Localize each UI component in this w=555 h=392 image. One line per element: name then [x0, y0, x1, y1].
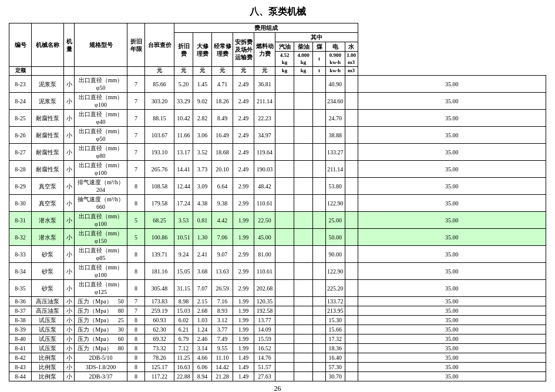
- cell-labor: 35.00: [358, 353, 546, 363]
- cell-water: [345, 76, 358, 93]
- cell-fuel: 110.61: [254, 195, 275, 212]
- header-repair: 经常修理费: [212, 33, 233, 67]
- cell-coal: [313, 195, 326, 212]
- cell-fuel: 27.63: [254, 372, 275, 381]
- cell-large: 3.52: [193, 144, 212, 161]
- cell-spec: 压力（Mpa） 80: [75, 306, 127, 316]
- cell-price: 117.22: [145, 372, 174, 381]
- cell-elec: 133.72: [326, 297, 345, 306]
- cell-labor: 35.00: [358, 334, 546, 344]
- table-row: 8-25耐腐性泵小出口直径（mm） φ40788.1510.422.828.49…: [9, 110, 546, 127]
- subunit-coal: t: [313, 67, 326, 76]
- cell-water: [345, 306, 358, 316]
- table-row: 8-40试压泵小压力（Mpa） 60869.326.792.467.491.99…: [9, 334, 546, 344]
- cell-dep: 3.53: [174, 212, 193, 229]
- cell-coal: [313, 212, 326, 229]
- cell-unit: 小: [64, 372, 75, 381]
- cell-large: 3.09: [193, 178, 212, 195]
- cell-diesel: [294, 325, 313, 334]
- header-large: 大修理费: [193, 33, 212, 67]
- cell-labor: 35.00: [358, 144, 546, 161]
- cell-repair: 4.71: [212, 76, 233, 93]
- subunit-gasoline: kg: [275, 67, 294, 76]
- cell-name: 耐腐性泵: [32, 127, 64, 144]
- subunit-water: m3: [345, 67, 358, 76]
- header-spec: 规格型号: [75, 23, 127, 67]
- cell-diesel: [294, 76, 313, 93]
- cell-repair: 18.26: [212, 93, 233, 110]
- cell-year: 8: [127, 363, 145, 372]
- header-install: 安拆费及场外运输费: [233, 33, 254, 67]
- cell-water: [345, 144, 358, 161]
- header-dep: 折旧费: [174, 33, 193, 67]
- cell-year: 8: [127, 353, 145, 363]
- cell-unit: 小: [64, 344, 75, 353]
- cell-dep: 6.79: [174, 334, 193, 344]
- cell-labor: 35.00: [358, 372, 546, 381]
- cell-unit: 小: [64, 127, 75, 144]
- cell-spec: 出口直径（mm） φ85: [75, 246, 127, 263]
- cell-install: 1.49: [233, 363, 254, 372]
- cell-year: 7: [127, 306, 145, 316]
- cell-coal: [313, 325, 326, 334]
- cell-unit: 小: [64, 325, 75, 334]
- cell-install: 1.49: [233, 353, 254, 363]
- cell-install: 2.49: [233, 76, 254, 93]
- cell-install: 2.99: [233, 195, 254, 212]
- table-row: 8-29真空泵小排气速度（m³/h） 2048108.5812.443.096.…: [9, 178, 546, 195]
- cell-year: 8: [127, 280, 145, 297]
- header-water: 水: [345, 42, 358, 52]
- cell-spec: 抽气速度（m³/h） 660: [75, 195, 127, 212]
- cell-large: 4.38: [193, 195, 212, 212]
- cell-coal: [313, 93, 326, 110]
- cell-code: 8-28: [9, 161, 32, 178]
- cell-code: 8-31: [9, 212, 32, 229]
- cell-code: 8-41: [9, 344, 32, 353]
- table-row: 8-26耐腐性泵小出口直径（mm） φ507103.6711.663.0616.…: [9, 127, 546, 144]
- subunit-large: 元: [193, 67, 212, 76]
- cell-elec: 211.14: [326, 161, 345, 178]
- table-row: 8-32潜水泵小出口直径（mm） φ1505100.8610.511.307.0…: [9, 229, 546, 246]
- cell-install: 1.99: [233, 325, 254, 334]
- cell-labor: 35.00: [358, 76, 546, 93]
- cell-water: [345, 127, 358, 144]
- cell-dep: 11.66: [174, 127, 193, 144]
- cell-coal: [313, 110, 326, 127]
- cell-diesel: [294, 229, 313, 246]
- cell-elec: 57.30: [326, 363, 345, 372]
- cell-repair: 9.07: [212, 246, 233, 263]
- cell-code: 8-42: [9, 353, 32, 363]
- cell-price: 265.76: [145, 161, 174, 178]
- page-title: 八、泵类机械: [9, 6, 546, 18]
- subunit-repair: 元: [212, 67, 233, 76]
- cell-price: 139.71: [145, 246, 174, 263]
- cell-install: 2.99: [233, 178, 254, 195]
- cell-year: 7: [127, 297, 145, 306]
- table-row: 8-41试压泵小压力（Mpa） 80873.327.123.149.551.99…: [9, 344, 546, 353]
- subunit-code: 定额: [9, 67, 32, 76]
- subunit-year: [127, 67, 145, 76]
- cell-diesel: [294, 144, 313, 161]
- cell-install: 1.99: [233, 316, 254, 325]
- cell-labor: 35.00: [358, 325, 546, 334]
- cell-name: 高压油泵: [32, 306, 64, 316]
- cell-water: [345, 353, 358, 363]
- cell-install: 1.99: [233, 344, 254, 353]
- cell-diesel: [294, 212, 313, 229]
- unit-elec: 0.900kw·h: [326, 52, 345, 67]
- cell-water: [345, 363, 358, 372]
- cell-gasoline: [275, 316, 294, 325]
- cell-repair: 21.28: [212, 372, 233, 381]
- cell-repair: 18.68: [212, 144, 233, 161]
- cell-diesel: [294, 363, 313, 372]
- cell-fuel: 48.42: [254, 178, 275, 195]
- cell-spec: 2DB-3/37: [75, 372, 127, 381]
- cell-code: 8-23: [9, 76, 32, 93]
- cell-code: 8-32: [9, 229, 32, 246]
- cell-price: 60.93: [145, 316, 174, 325]
- cell-fuel: 36.81: [254, 76, 275, 93]
- cell-diesel: [294, 280, 313, 297]
- header-gasoline: 汽油: [275, 42, 294, 52]
- cell-water: [345, 325, 358, 334]
- cell-code: 8-26: [9, 127, 32, 144]
